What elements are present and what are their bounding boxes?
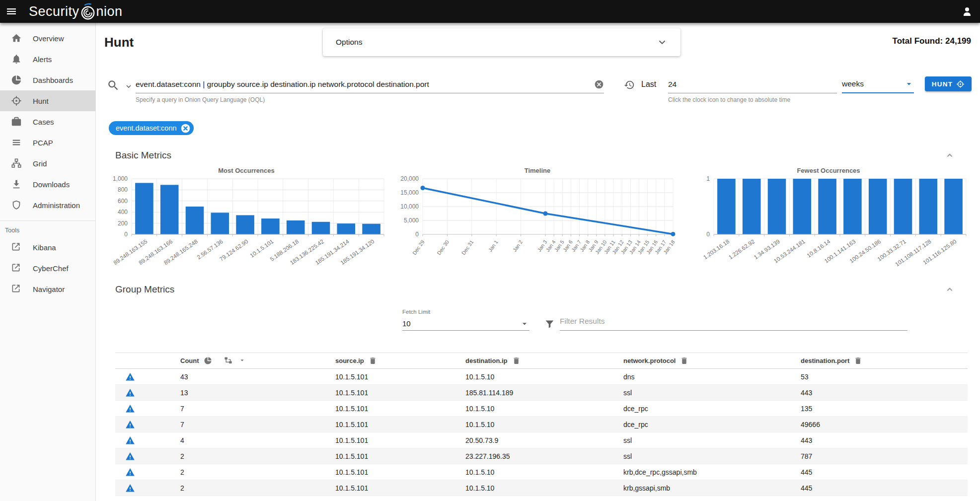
groupby-chart-icon[interactable] xyxy=(224,356,233,365)
warning-triangle-icon[interactable] xyxy=(125,451,135,461)
chart-bar[interactable] xyxy=(894,179,912,234)
warning-triangle-icon[interactable] xyxy=(125,420,135,429)
chart-bar[interactable] xyxy=(287,220,305,234)
table-cell[interactable]: 2 xyxy=(180,464,335,480)
table-cell[interactable]: ssl xyxy=(623,432,801,448)
table-cell[interactable]: 10.1.5.10 xyxy=(465,369,623,385)
chart-bar[interactable] xyxy=(236,215,254,234)
warning-triangle-icon[interactable] xyxy=(125,483,135,493)
table-cell[interactable]: 445 xyxy=(801,480,968,496)
chart-bar[interactable] xyxy=(211,213,229,234)
table-cell[interactable]: 10.1.5.101 xyxy=(335,417,465,432)
filter-chip-event-dataset-conn[interactable]: event.dataset:conn xyxy=(109,121,194,135)
column-label[interactable]: source.ip xyxy=(335,357,364,364)
chart-bar[interactable] xyxy=(869,179,887,234)
table-cell[interactable]: 53 xyxy=(801,369,968,385)
chevron-down-icon[interactable] xyxy=(657,37,668,48)
chart-bar[interactable] xyxy=(261,218,280,234)
warning-triangle-icon[interactable] xyxy=(125,372,135,382)
table-cell[interactable]: 10.1.5.101 xyxy=(335,448,465,464)
table-cell[interactable]: 23.227.196.35 xyxy=(465,448,623,464)
chart-bar[interactable] xyxy=(818,179,836,234)
table-cell[interactable]: 7 xyxy=(180,417,335,432)
table-cell[interactable]: 135 xyxy=(801,401,968,417)
options-panel[interactable]: Options xyxy=(323,28,680,56)
chart-bar[interactable] xyxy=(362,224,380,234)
sidebar-item-downloads[interactable]: Downloads xyxy=(0,174,95,195)
sidebar-item-grid[interactable]: Grid xyxy=(0,153,95,174)
menu-icon[interactable] xyxy=(0,5,23,17)
column-label[interactable]: destination.ip xyxy=(465,357,508,364)
caret-down-icon[interactable] xyxy=(238,357,247,365)
table-cell[interactable]: 43 xyxy=(180,369,335,385)
sidebar-item-kibana[interactable]: Kibana xyxy=(0,237,95,258)
table-cell[interactable]: 443 xyxy=(801,385,968,401)
clear-query-icon[interactable] xyxy=(594,79,604,89)
chart-bar[interactable] xyxy=(793,179,812,234)
query-input[interactable] xyxy=(136,80,594,89)
chart-timeline[interactable]: Timeline 05,00010,00015,00020,000Dec 29D… xyxy=(392,166,683,275)
chart-bar[interactable] xyxy=(743,179,761,234)
trash-icon[interactable] xyxy=(512,357,521,365)
table-cell[interactable]: 10.1.5.101 xyxy=(335,401,465,417)
chart-bar[interactable] xyxy=(160,185,179,234)
table-cell[interactable]: 445 xyxy=(801,464,968,480)
sidebar-item-cases[interactable]: Cases xyxy=(0,111,95,132)
table-cell[interactable]: krb,gssapi,smb xyxy=(623,480,801,496)
table-cell[interactable]: 10.1.5.101 xyxy=(335,369,465,385)
table-cell[interactable]: krb,dce_rpc,gssapi,smb xyxy=(623,464,801,480)
table-cell[interactable]: 49666 xyxy=(801,417,968,432)
table-cell[interactable]: 20.50.73.9 xyxy=(465,432,623,448)
group-metrics-collapse-icon[interactable] xyxy=(944,284,955,295)
user-menu-icon[interactable] xyxy=(954,5,980,17)
table-cell[interactable]: 443 xyxy=(801,432,968,448)
table-cell[interactable]: 10.1.5.101 xyxy=(335,385,465,401)
chart-most-occurrences[interactable]: Most Occurrences 02004006008001,00089.24… xyxy=(101,166,392,275)
chart-bar[interactable] xyxy=(337,223,356,234)
chart-point[interactable] xyxy=(671,232,676,236)
warning-triangle-icon[interactable] xyxy=(125,404,135,414)
sidebar-item-administration[interactable]: Administration xyxy=(0,195,95,215)
table-cell[interactable]: 4 xyxy=(180,432,335,448)
chart-bar[interactable] xyxy=(768,179,786,234)
remove-filter-icon[interactable] xyxy=(180,123,191,134)
sidebar-item-dashboards[interactable]: Dashboards xyxy=(0,70,95,90)
table-cell[interactable]: ssl xyxy=(623,448,801,464)
time-unit-select[interactable]: weeks xyxy=(842,75,914,93)
table-cell[interactable]: 10.1.5.10 xyxy=(465,480,623,496)
chart-fewest-occurrences[interactable]: Fewest Occurrences 011.203.16.181.226.62… xyxy=(683,166,974,275)
chart-bar[interactable] xyxy=(135,183,153,234)
chart-bar[interactable] xyxy=(919,179,938,234)
app-logo[interactable]: Security nion xyxy=(29,2,123,20)
table-cell[interactable]: 2 xyxy=(180,448,335,464)
table-cell[interactable]: dns xyxy=(623,369,801,385)
warning-triangle-icon[interactable] xyxy=(125,388,135,398)
filter-results-input[interactable] xyxy=(560,317,907,326)
table-cell[interactable]: 10.1.5.101 xyxy=(335,432,465,448)
chart-bar[interactable] xyxy=(312,222,330,234)
table-cell[interactable]: 10.1.5.10 xyxy=(465,417,623,432)
column-label[interactable]: Count xyxy=(180,357,199,364)
table-cell[interactable]: 10.1.5.10 xyxy=(465,464,623,480)
query-history-chevron-icon[interactable] xyxy=(125,82,133,90)
history-clock-icon[interactable] xyxy=(624,79,635,90)
chart-bar[interactable] xyxy=(843,179,862,234)
trash-icon[interactable] xyxy=(680,357,688,365)
table-cell[interactable]: 10.1.5.101 xyxy=(335,464,465,480)
table-cell[interactable]: 10.1.5.10 xyxy=(465,401,623,417)
sidebar-item-overview[interactable]: Overview xyxy=(0,28,95,49)
pie-chart-icon[interactable] xyxy=(204,357,212,365)
chart-bar[interactable] xyxy=(186,207,204,234)
sidebar-item-pcap[interactable]: PCAP xyxy=(0,132,95,153)
table-cell[interactable]: dce_rpc xyxy=(623,401,801,417)
table-cell[interactable]: dce_rpc xyxy=(623,417,801,432)
trash-icon[interactable] xyxy=(369,357,377,365)
table-cell[interactable]: 787 xyxy=(801,448,968,464)
chart-point[interactable] xyxy=(421,186,425,190)
table-cell[interactable]: 13 xyxy=(180,385,335,401)
chart-bar[interactable] xyxy=(717,179,736,234)
fetch-limit-select[interactable]: 10 xyxy=(402,317,529,331)
warning-triangle-icon[interactable] xyxy=(125,435,135,445)
sidebar-item-hunt[interactable]: Hunt xyxy=(0,90,95,111)
trash-icon[interactable] xyxy=(854,357,862,365)
